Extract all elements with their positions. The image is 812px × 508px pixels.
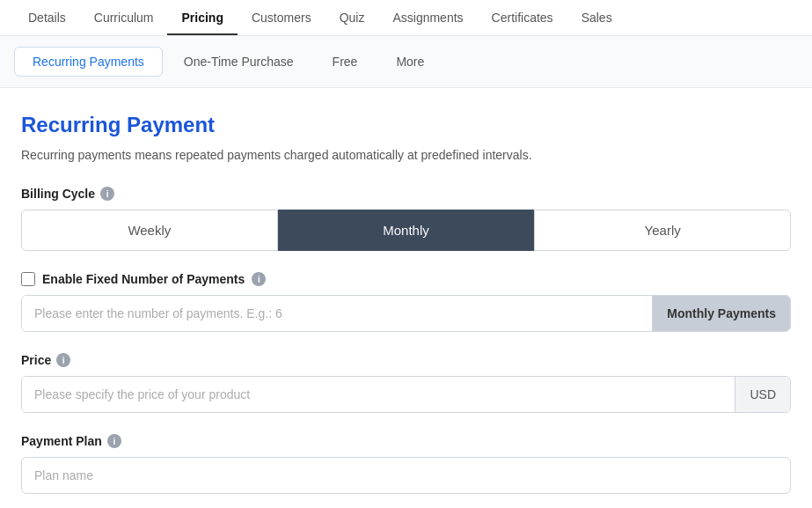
main-content: Recurring Payment Recurring payments mea… [0, 88, 812, 508]
payment-plan-group: Payment Plan i [21, 434, 791, 494]
billing-cycle-label: Billing Cycle i [21, 187, 791, 201]
subnav-one-time-purchase[interactable]: One-Time Purchase [166, 48, 311, 76]
fixed-payments-input[interactable] [22, 296, 652, 331]
billing-cycle-buttons: Weekly Monthly Yearly [21, 210, 791, 251]
billing-cycle-label-text: Billing Cycle [21, 187, 95, 201]
billing-yearly-button[interactable]: Yearly [534, 210, 791, 251]
fixed-payments-checkbox[interactable] [21, 272, 35, 286]
payment-plan-input[interactable] [21, 457, 791, 494]
price-info-icon[interactable]: i [56, 353, 70, 367]
section-title: Recurring Payment [21, 113, 791, 137]
billing-weekly-button[interactable]: Weekly [21, 210, 278, 251]
price-input-wrapper: USD [21, 376, 791, 413]
section-description: Recurring payments means repeated paymen… [21, 148, 791, 162]
nav-item-customers[interactable]: Customers [238, 0, 326, 35]
nav-item-sales[interactable]: Sales [567, 0, 626, 35]
fixed-payments-suffix: Monthly Payments [652, 296, 790, 331]
price-group: Price i USD [21, 353, 791, 413]
payment-plan-label-text: Payment Plan [21, 434, 102, 448]
price-currency-suffix: USD [735, 377, 790, 412]
sub-nav: Recurring Payments One-Time Purchase Fre… [0, 36, 812, 88]
nav-item-curriculum[interactable]: Curriculum [80, 0, 168, 35]
billing-monthly-button[interactable]: Monthly [278, 210, 535, 251]
price-input[interactable] [22, 377, 735, 412]
payment-plan-info-icon[interactable]: i [107, 434, 121, 448]
subnav-free[interactable]: Free [315, 48, 376, 76]
nav-item-quiz[interactable]: Quiz [326, 0, 379, 35]
price-label: Price i [21, 353, 791, 367]
nav-item-assignments[interactable]: Assignments [378, 0, 477, 35]
nav-item-details[interactable]: Details [14, 0, 80, 35]
subnav-more[interactable]: More [378, 48, 442, 76]
subnav-recurring-payments[interactable]: Recurring Payments [14, 47, 163, 77]
top-nav: Details Curriculum Pricing Customers Qui… [0, 0, 812, 36]
fixed-payments-input-wrapper: Monthly Payments [21, 295, 791, 332]
fixed-payments-group: Enable Fixed Number of Payments i Monthl… [21, 272, 791, 332]
nav-item-pricing[interactable]: Pricing [167, 0, 237, 35]
nav-item-certificates[interactable]: Certificates [478, 0, 567, 35]
billing-cycle-group: Billing Cycle i Weekly Monthly Yearly [21, 187, 791, 251]
fixed-payments-checkbox-row: Enable Fixed Number of Payments i [21, 272, 791, 286]
fixed-payments-label[interactable]: Enable Fixed Number of Payments [42, 272, 245, 286]
payment-plan-label: Payment Plan i [21, 434, 791, 448]
fixed-payments-info-icon[interactable]: i [252, 272, 266, 286]
billing-cycle-info-icon[interactable]: i [100, 187, 114, 201]
price-label-text: Price [21, 353, 51, 367]
